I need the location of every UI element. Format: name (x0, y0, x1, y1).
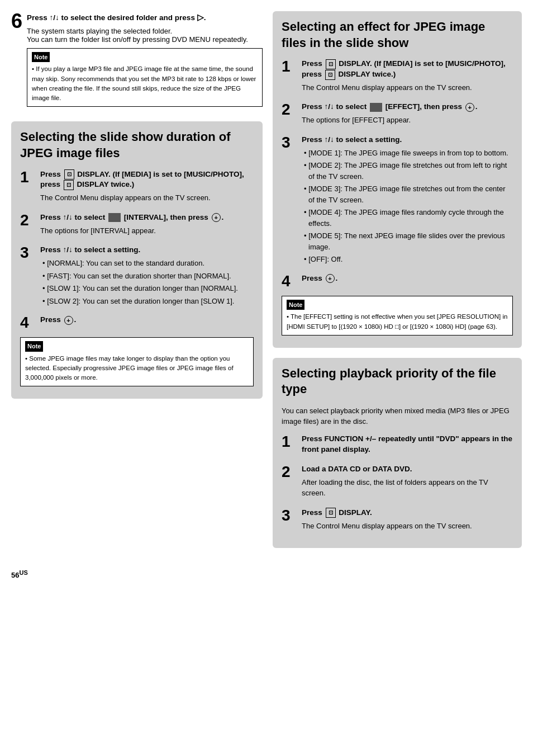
list-item: [MODE 3]: The JPEG image file stretches … (302, 183, 513, 205)
priority-step1: 1 Press FUNCTION +/– repeatedly until "D… (282, 434, 513, 457)
effect-note: Note • The [EFFECT] setting is not effec… (282, 296, 513, 336)
list-item: [OFF]: Off. (302, 254, 513, 265)
enter-icon-2: + (64, 316, 73, 325)
effect-step4-content: Press +. (302, 273, 513, 286)
display-icon-5: ⊡ (326, 508, 336, 518)
slideshow-step1-body: The Control Menu display appears on the … (40, 192, 254, 204)
note-text: • If you play a large MP3 file and JPEG … (32, 64, 258, 103)
effect-step2-title: Press ↑/↓ to select [EFFECT], then press… (302, 102, 513, 112)
slideshow-step3-content: Press ↑/↓ to select a setting. [NORMAL]:… (40, 245, 254, 308)
step-6-number: 6 (11, 11, 22, 31)
effect-step4: 4 Press +. (282, 273, 513, 289)
priority-step1-content: Press FUNCTION +/– repeatedly until "DVD… (302, 434, 513, 457)
priority-step3-body: The Control Menu display appears on the … (302, 521, 513, 532)
priority-step2-title: Load a DATA CD or DATA DVD. (302, 464, 513, 475)
effect-step2-body: The options for [EFFECT] appear. (302, 115, 513, 126)
priority-intro: You can select playback priority when mi… (282, 405, 513, 427)
priority-step1-title: Press FUNCTION +/– repeatedly until "DVD… (302, 434, 513, 455)
note-label: Note (32, 52, 50, 63)
display-icon-4: ⊡ (325, 70, 335, 80)
effect-step3-bullets: [MODE 1]: The JPEG image file sweeps in … (302, 148, 513, 265)
priority-step3-num: 3 (282, 508, 297, 523)
right-column: Selecting an effect for JPEG image files… (273, 11, 522, 558)
list-item: [MODE 5]: The next JPEG image file slide… (302, 230, 513, 252)
slideshow-step1-content: Press ⊡ DISPLAY. (If [MEDIA] is set to [… (40, 169, 254, 206)
slideshow-step1-title: Press ⊡ DISPLAY. (If [MEDIA] is set to [… (40, 169, 254, 191)
slideshow-step4-num: 4 (20, 315, 36, 330)
slideshow-section: Selecting the slide show duration of JPE… (11, 121, 263, 399)
list-item: [MODE 1]: The JPEG image file sweeps in … (302, 148, 513, 159)
slideshow-step3: 3 Press ↑/↓ to select a setting. [NORMAL… (20, 245, 254, 308)
priority-step1-num: 1 (282, 434, 297, 450)
list-item: [MODE 2]: The JPEG image file stretches … (302, 160, 513, 182)
enter-icon-4: + (326, 274, 335, 283)
page-footer: 56US (11, 569, 522, 579)
effect-step3-content: Press ↑/↓ to select a setting. [MODE 1]:… (302, 135, 513, 267)
effect-step1: 1 Press ⊡ DISPLAY. (If [MEDIA] is set to… (282, 59, 513, 95)
slideshow-note-text: • Some JPEG image files may take longer … (25, 354, 249, 383)
slideshow-step3-title: Press ↑/↓ to select a setting. (40, 245, 254, 256)
effect-icon (370, 103, 382, 112)
display-icon-1: ⊡ (64, 169, 74, 179)
step-6-para2: You can turn the folder list on/off by p… (27, 35, 263, 44)
effect-step3-title: Press ↑/↓ to select a setting. (302, 135, 513, 145)
priority-section: Selecting playback priority of the file … (273, 358, 522, 548)
step-6-para1: The system starts playing the selected f… (27, 27, 263, 35)
step-6-title: Press ↑/↓ to select the desired folder a… (27, 11, 263, 23)
slideshow-note-label: Note (25, 341, 43, 352)
slideshow-step3-bullets: [NORMAL]: You can set to the standard du… (40, 258, 254, 306)
list-item: [SLOW 2]: You can set the duration longe… (40, 296, 254, 307)
list-item: [MODE 4]: The JPEG image files randomly … (302, 207, 513, 229)
effect-step2-content: Press ↑/↓ to select [EFFECT], then press… (302, 102, 513, 127)
slideshow-title: Selecting the slide show duration of JPE… (20, 129, 254, 161)
priority-step2-num: 2 (282, 464, 297, 480)
slideshow-step2-content: Press ↑/↓ to select [INTERVAL], then pre… (40, 212, 254, 238)
priority-step2-body: After loading the disc, the list of fold… (302, 477, 513, 499)
effect-step3-num: 3 (282, 135, 297, 150)
page-suffix: US (19, 569, 27, 576)
list-item: [SLOW 1]: You can set the duration longe… (40, 283, 254, 294)
slideshow-step2-num: 2 (20, 212, 36, 228)
priority-step2: 2 Load a DATA CD or DATA DVD. After load… (282, 464, 513, 501)
effect-step1-body: The Control Menu display appears on the … (302, 82, 513, 93)
effect-step2-num: 2 (282, 102, 297, 117)
effect-step1-num: 1 (282, 59, 297, 74)
slideshow-step3-num: 3 (20, 245, 36, 261)
priority-step2-content: Load a DATA CD or DATA DVD. After loadin… (302, 464, 513, 501)
display-icon-3: ⊡ (326, 59, 336, 69)
slideshow-step1: 1 Press ⊡ DISPLAY. (If [MEDIA] is set to… (20, 169, 254, 206)
priority-step3-title: Press ⊡ DISPLAY. (302, 508, 513, 518)
effect-step4-title: Press +. (302, 273, 513, 284)
effect-step3: 3 Press ↑/↓ to select a setting. [MODE 1… (282, 135, 513, 267)
effect-note-text: • The [EFFECT] setting is not effective … (287, 312, 508, 332)
step-6-note: Note • If you play a large MP3 file and … (27, 48, 263, 107)
step-6-block: 6 Press ↑/↓ to select the desired folder… (11, 11, 263, 111)
slideshow-note: Note • Some JPEG image files may take lo… (20, 337, 254, 386)
list-item: [FAST]: You can set the duration shorter… (40, 271, 254, 282)
slideshow-step2-title: Press ↑/↓ to select [INTERVAL], then pre… (40, 212, 254, 223)
slideshow-step4-title: Press +. (40, 315, 254, 325)
list-item: [NORMAL]: You can set to the standard du… (40, 258, 254, 269)
effect-step2: 2 Press ↑/↓ to select [EFFECT], then pre… (282, 102, 513, 127)
priority-step3: 3 Press ⊡ DISPLAY. The Control Menu disp… (282, 508, 513, 533)
left-column: 6 Press ↑/↓ to select the desired folder… (11, 11, 263, 558)
enter-icon: + (212, 213, 221, 222)
display-icon-2: ⊡ (64, 180, 74, 190)
effect-section: Selecting an effect for JPEG image files… (273, 11, 522, 348)
slideshow-step2-body: The options for [INTERVAL] appear. (40, 225, 254, 237)
slideshow-step1-num: 1 (20, 169, 36, 185)
effect-title: Selecting an effect for JPEG image files… (282, 19, 513, 51)
slideshow-step4: 4 Press +. (20, 315, 254, 330)
effect-step1-title: Press ⊡ DISPLAY. (If [MEDIA] is set to [… (302, 59, 513, 80)
effect-step1-content: Press ⊡ DISPLAY. (If [MEDIA] is set to [… (302, 59, 513, 95)
effect-step4-num: 4 (282, 273, 297, 289)
priority-step3-content: Press ⊡ DISPLAY. The Control Menu displa… (302, 508, 513, 533)
priority-title: Selecting playback priority of the file … (282, 366, 513, 398)
page-number: 56 (11, 571, 19, 579)
interval-icon (108, 213, 121, 222)
enter-icon-3: + (465, 103, 474, 112)
effect-note-label: Note (287, 300, 304, 310)
slideshow-step4-content: Press +. (40, 315, 254, 328)
slideshow-step2: 2 Press ↑/↓ to select [INTERVAL], then p… (20, 212, 254, 238)
